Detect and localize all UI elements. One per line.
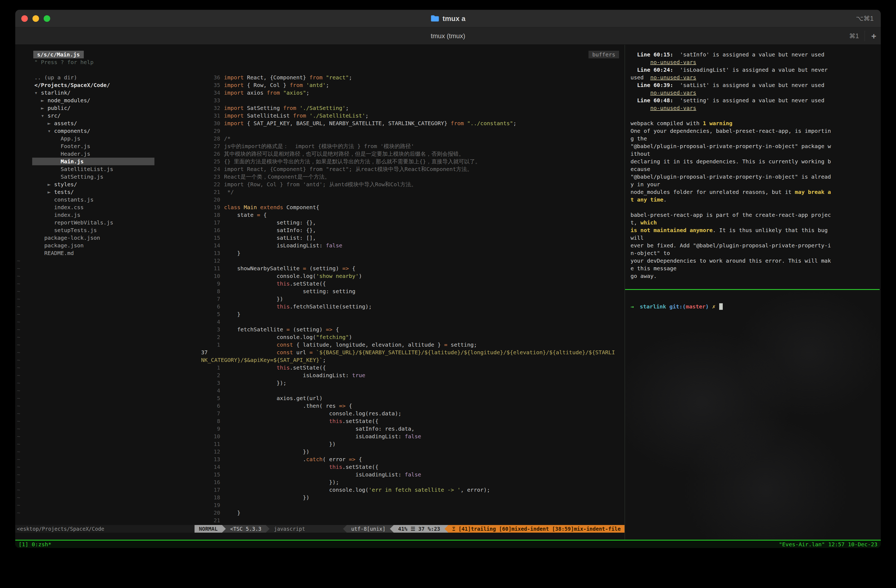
tab-title[interactable]: tmux (tmux) — [431, 32, 465, 40]
line-number-gutter: 34 — [201, 89, 220, 97]
empty-line-tilde: ~ — [15, 264, 195, 272]
collapse-arrow-icon[interactable]: ▾ — [34, 90, 41, 96]
tmux-session-info[interactable]: [1] 0:zsh* — [18, 541, 51, 548]
tree-item[interactable]: ► assets/ — [15, 120, 195, 127]
tree-item[interactable]: ► styles/ — [15, 181, 195, 188]
empty-line-tilde: ~ — [15, 479, 195, 486]
line-number-gutter: 28 — [201, 135, 220, 142]
right-pane[interactable]: Line 60:15: 'satInfo' is assigned a valu… — [625, 45, 881, 540]
tree-item[interactable]: package.json — [15, 242, 195, 249]
minimize-button[interactable] — [32, 15, 39, 22]
tree-item[interactable]: App.js — [15, 135, 195, 142]
tree-item[interactable]: index.js — [15, 211, 195, 219]
tree-item[interactable]: Header.js — [15, 150, 195, 158]
line-number-gutter: 31 — [201, 112, 220, 120]
vim-cmdline: Usel — [15, 533, 625, 540]
code-line: 3 }); — [195, 379, 625, 387]
empty-line-tilde: ~ — [15, 471, 195, 479]
code-line: 12 }) — [195, 448, 625, 456]
output-line: used no-unused-vars — [631, 74, 878, 81]
output-line: ithout — [631, 150, 878, 158]
tree-item[interactable]: ▾ components/ — [15, 127, 195, 135]
line-number-gutter: 10 — [201, 272, 220, 280]
powerline-arrow-icon — [445, 525, 448, 533]
nerdtree-lines[interactable]: " Press ? for help.. (up a dir)</Project… — [15, 58, 195, 517]
tree-item-selected[interactable]: Main.js — [15, 158, 195, 165]
tree-item[interactable]: ▾ starlink/ — [15, 89, 195, 97]
collapse-arrow-icon[interactable]: ▾ — [47, 128, 54, 134]
line-number-gutter: 26 — [201, 150, 220, 158]
new-tab-button[interactable]: + — [871, 31, 876, 41]
editor[interactable]: 36import React, {Component} from "react"… — [195, 58, 625, 525]
tree-item[interactable]: README.md — [15, 249, 195, 257]
code-line: 36import React, {Component} from "react"… — [195, 74, 625, 81]
line-number-gutter: 29 — [201, 127, 220, 135]
code-line: 17 setting: {}, — [195, 219, 625, 226]
code-line: 20 — [195, 196, 625, 204]
tree-item[interactable]: ► public/ — [15, 104, 195, 112]
line-number-gutter: 21 — [201, 517, 220, 524]
line-number-gutter: 3 — [201, 326, 220, 333]
tree-item[interactable]: index.css — [15, 204, 195, 211]
tree-item[interactable]: " Press ? for help — [15, 58, 195, 66]
code-line: 16 satInfo: {}, — [195, 226, 625, 234]
line-number-gutter: 11 — [201, 440, 220, 448]
code-line: 21 — [195, 517, 625, 524]
line-number-gutter: 18 — [201, 211, 220, 219]
tree-item[interactable]: ► node_modules/ — [15, 97, 195, 104]
tree-item[interactable]: setupTests.js — [15, 226, 195, 234]
code-line: 23React是一个类，Component是一个方法。 — [195, 173, 625, 181]
line-number-gutter: 6 — [201, 402, 220, 410]
line-number-gutter: 15 — [201, 234, 220, 242]
line-number-gutter: 15 — [201, 471, 220, 479]
close-button[interactable] — [21, 15, 28, 22]
code-line: 7 console.log(res.data); — [195, 410, 625, 417]
collapse-arrow-icon[interactable]: ▾ — [41, 112, 47, 119]
titlebar[interactable]: tmux a ⌥⌘1 — [15, 10, 881, 27]
buffer-tab[interactable]: s/s/c/Main.js — [33, 51, 84, 58]
shell-prompt[interactable]: → starlink git:( master ) ✗ — [631, 303, 723, 310]
prompt-git-prefix: git:( — [669, 303, 686, 310]
empty-line-tilde: ~ — [15, 379, 195, 387]
tree-item[interactable]: SatelliteList.js — [15, 165, 195, 173]
line-number-gutter: 7 — [201, 410, 220, 417]
expand-arrow-icon[interactable]: ► — [41, 97, 47, 103]
line-number-gutter: 7 — [201, 295, 220, 303]
empty-line-tilde: ~ — [15, 303, 195, 310]
tree-item[interactable]: .. (up a dir) — [15, 74, 195, 81]
terminal-cursor[interactable] — [719, 303, 723, 310]
line-number-gutter: 16 — [201, 226, 220, 234]
expand-arrow-icon[interactable]: ► — [47, 181, 54, 188]
vim-tabline: s/s/c/Main.js buffers — [15, 51, 625, 58]
code-line: 15 satList: [], — [195, 234, 625, 242]
line-number-gutter: 4 — [201, 387, 220, 394]
tmux-status-bar: [1] 0:zsh* "Eves-Air.lan" 12:57 10-Dec-2… — [15, 540, 881, 548]
line-number-gutter: 21 — [201, 188, 220, 196]
window-shortcut: ⌥⌘1 — [856, 15, 874, 22]
tree-item[interactable]: ► tests/ — [15, 188, 195, 196]
tree-item[interactable]: </Projects/SpaceX/Code/ — [15, 81, 195, 89]
code-line: 16 }); — [195, 479, 625, 486]
empty-line-tilde: ~ — [15, 295, 195, 303]
tree-item[interactable]: Footer.js — [15, 142, 195, 150]
code-line: 14 isLoadingList: false — [195, 242, 625, 249]
tree-item[interactable]: reportWebVitals.js — [15, 219, 195, 226]
tree-item[interactable]: package-lock.json — [15, 234, 195, 242]
line-number-gutter: 17 — [201, 219, 220, 226]
output-line: n-object" to — [631, 249, 878, 257]
vim-pane[interactable]: s/s/c/Main.js buffers " Press ? for help… — [15, 45, 625, 540]
expand-arrow-icon[interactable]: ► — [41, 105, 47, 111]
tree-item[interactable]: constants.js — [15, 196, 195, 204]
tree-item[interactable]: SatSetting.js — [15, 173, 195, 181]
output-line — [631, 204, 878, 211]
shell-pane[interactable] — [625, 290, 881, 540]
zoom-button[interactable] — [44, 15, 50, 22]
expand-arrow-icon[interactable]: ► — [47, 120, 54, 126]
output-line: e this message — [631, 264, 878, 272]
empty-line-tilde: ~ — [15, 310, 195, 318]
tree-item[interactable]: ▾ src/ — [15, 112, 195, 120]
empty-line-tilde: ~ — [15, 287, 195, 295]
code-line: 34import axios from "axios"; — [195, 89, 625, 97]
expand-arrow-icon[interactable]: ► — [47, 189, 54, 195]
code-line: 9 this.setState({ — [195, 280, 625, 287]
